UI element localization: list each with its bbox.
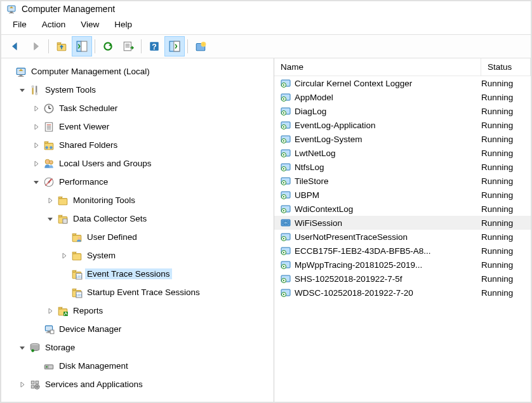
menu-view[interactable]: View	[74, 18, 105, 30]
ets-icon	[71, 268, 83, 280]
list-item[interactable]: SHS-10252018-201922-7-5f Running	[274, 272, 531, 286]
list-item[interactable]: WiFiSession Running	[274, 216, 531, 230]
session-name: WiFiSession	[295, 218, 477, 228]
tree-item-device-manager[interactable]: Device Manager	[4, 320, 271, 338]
folder-user-icon	[71, 232, 83, 243]
tree-item-system[interactable]: System	[4, 246, 271, 265]
list-item[interactable]: Circular Kernel Context Logger Running	[274, 76, 531, 90]
list-item[interactable]: AppModel Running	[274, 90, 531, 104]
chevron-right-icon[interactable]	[46, 307, 55, 315]
menu-file[interactable]: File	[6, 18, 33, 30]
tree-item-reports[interactable]: Reports	[4, 301, 271, 320]
chevron-right-icon[interactable]	[18, 380, 27, 389]
window: Computer Management File Action View Hel…	[0, 0, 532, 403]
session-name: EventLog-System	[295, 135, 477, 144]
list-item[interactable]: NtfsLog Running	[274, 160, 531, 174]
trace-session-icon	[281, 176, 291, 186]
tree-item-user-defined[interactable]: User Defined	[4, 228, 271, 246]
chevron-right-icon[interactable]	[60, 251, 69, 260]
toolbar	[1, 34, 531, 58]
tree-item-task-scheduler[interactable]: Task Scheduler	[4, 99, 271, 117]
app-icon	[6, 4, 17, 14]
up-folder-icon[interactable]	[52, 37, 71, 56]
trace-session-icon	[281, 190, 291, 200]
menu-help[interactable]: Help	[108, 18, 138, 30]
show-hide-tree-icon[interactable]	[72, 37, 91, 56]
toolbar-separator	[187, 39, 188, 53]
tree-label: Shared Folders	[57, 140, 119, 150]
users-icon	[43, 158, 55, 169]
back-icon[interactable]	[6, 37, 25, 56]
new-session-icon[interactable]	[191, 37, 210, 56]
devmgr-icon	[43, 324, 55, 335]
list-pane: Name Status Circular Kernel Context Logg…	[274, 58, 531, 402]
tree-label: Monitoring Tools	[71, 195, 137, 206]
sharedfolders-icon	[43, 140, 55, 151]
trace-session-icon	[281, 162, 291, 172]
session-name: WdiContextLog	[295, 204, 477, 214]
list-item[interactable]: UserNotPresentTraceSession Running	[274, 230, 531, 244]
tree-item-startup-event-trace-sessions[interactable]: Startup Event Trace Sessions	[4, 283, 271, 301]
chevron-down-icon[interactable]	[46, 215, 55, 223]
trace-session-icon	[281, 246, 291, 256]
session-status: Running	[481, 260, 524, 270]
chevron-right-icon[interactable]	[46, 196, 55, 205]
session-name: DiagLog	[295, 107, 477, 116]
tree-item-system-tools[interactable]: System Tools	[4, 81, 271, 99]
tree-item-shared-folders[interactable]: Shared Folders	[4, 136, 271, 154]
chevron-down-icon[interactable]	[18, 86, 27, 95]
forward-icon[interactable]	[26, 37, 45, 56]
tree-item-monitoring-tools[interactable]: Monitoring Tools	[4, 191, 271, 209]
trace-session-icon	[281, 78, 291, 88]
session-status: Running	[481, 176, 524, 186]
list-item[interactable]: TileStore Running	[274, 174, 531, 188]
tree-item-local-users-and-groups[interactable]: Local Users and Groups	[4, 154, 271, 173]
tree-label: System	[85, 250, 117, 261]
tree-item-performance[interactable]: Performance	[4, 173, 271, 191]
tree-root[interactable]: Computer Management (Local)	[4, 62, 271, 81]
tree-label: Local Users and Groups	[57, 158, 154, 169]
list-item[interactable]: ECCB175F-1EB2-43DA-BFB5-A8... Running	[274, 244, 531, 258]
chevron-right-icon[interactable]	[32, 122, 41, 131]
list-item[interactable]: WDSC-10252018-201922-7-20 Running	[274, 286, 531, 300]
list-item[interactable]: DiagLog Running	[274, 104, 531, 118]
chevron-down-icon[interactable]	[18, 343, 27, 352]
list-item[interactable]: EventLog-Application Running	[274, 118, 531, 132]
list-item[interactable]: UBPM Running	[274, 188, 531, 202]
eventviewer-icon	[43, 121, 55, 133]
tree-item-data-collector-sets[interactable]: Data Collector Sets	[4, 209, 271, 228]
tree-item-disk-management[interactable]: Disk Management	[4, 357, 271, 375]
list-item[interactable]: EventLog-System Running	[274, 132, 531, 146]
tree-label: Startup Event Trace Sessions	[85, 287, 202, 298]
tree-item-event-viewer[interactable]: Event Viewer	[4, 117, 271, 136]
list-body[interactable]: Circular Kernel Context Logger Running A…	[274, 76, 531, 402]
folder-icon	[57, 195, 69, 206]
list-item[interactable]: MpWppTracing-20181025-2019... Running	[274, 258, 531, 272]
tree-item-event-trace-sessions[interactable]: Event Trace Sessions	[4, 265, 271, 283]
list-item[interactable]: LwtNetLog Running	[274, 146, 531, 160]
tree-label: Disk Management	[57, 360, 130, 371]
chevron-right-icon[interactable]	[32, 141, 41, 150]
chevron-right-icon[interactable]	[32, 104, 41, 113]
session-status: Running	[481, 204, 524, 214]
session-name: NtfsLog	[295, 162, 477, 172]
help-icon[interactable]	[145, 37, 164, 56]
session-status: Running	[481, 107, 524, 116]
menu-action[interactable]: Action	[36, 18, 72, 30]
chevron-down-icon[interactable]	[32, 178, 41, 187]
chevron-right-icon[interactable]	[32, 159, 41, 168]
show-hide-action-icon[interactable]	[165, 37, 184, 56]
col-status[interactable]: Status	[481, 58, 531, 76]
refresh-icon[interactable]	[98, 37, 117, 56]
tree-label: Device Manager	[57, 324, 123, 334]
export-list-icon[interactable]	[119, 37, 138, 56]
trace-session-icon	[281, 287, 291, 298]
tree-item-storage[interactable]: Storage	[4, 338, 271, 357]
session-status: Running	[481, 135, 524, 144]
list-item[interactable]: WdiContextLog Running	[274, 202, 531, 216]
tree-pane[interactable]: Computer Management (Local)System ToolsT…	[1, 58, 274, 402]
col-name[interactable]: Name	[274, 58, 481, 76]
session-name: SHS-10252018-201922-7-5f	[295, 274, 477, 284]
trace-session-icon	[281, 148, 291, 158]
tree-item-services-and-applications[interactable]: Services and Applications	[4, 375, 271, 393]
